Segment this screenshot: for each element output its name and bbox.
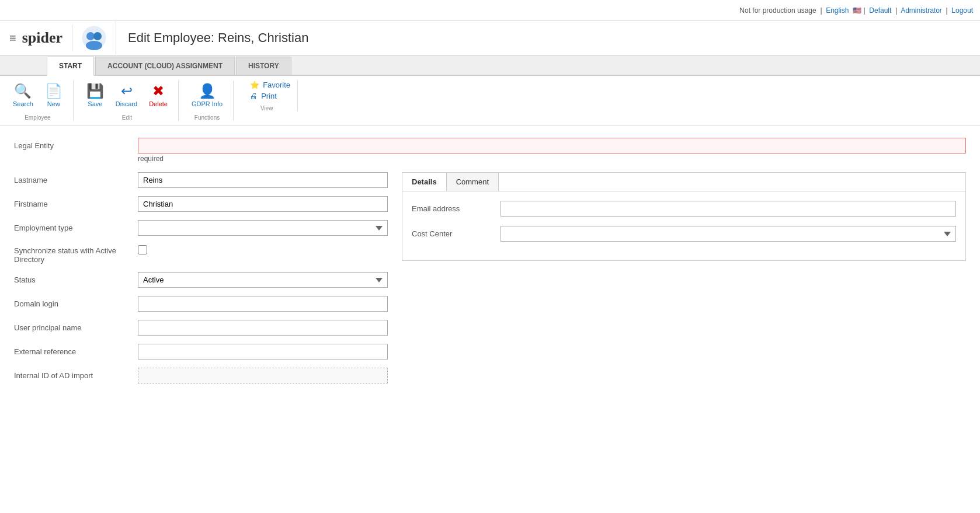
favorite-item[interactable]: ⭐ Favorite xyxy=(250,81,290,89)
internal-id-input[interactable] xyxy=(138,368,388,383)
hamburger-icon[interactable]: ≡ xyxy=(9,32,16,45)
sync-status-row: Synchronize status with Active Directory xyxy=(14,244,388,264)
tab-history[interactable]: HISTORY xyxy=(236,57,291,75)
search-label: Search xyxy=(13,100,33,107)
legal-entity-input[interactable] xyxy=(138,138,966,153)
cost-center-row: Cost Center xyxy=(412,226,956,242)
administrator-link[interactable]: Administrator xyxy=(901,6,942,15)
edit-group-label: Edit xyxy=(122,114,132,121)
legal-entity-label: Legal Entity xyxy=(14,138,131,150)
internal-id-label: Internal ID of AD import xyxy=(14,371,131,380)
functions-group-label: Functions xyxy=(194,114,220,121)
right-panel: Details Comment Email address Cost Cente… xyxy=(402,172,966,261)
svg-point-2 xyxy=(93,32,102,40)
domain-login-control xyxy=(138,296,388,312)
toolbar-employee-buttons: 🔍 Search 📄 New xyxy=(9,81,66,110)
lastname-label: Lastname xyxy=(14,176,131,184)
save-icon: 💾 xyxy=(86,83,104,99)
new-button[interactable]: 📄 New xyxy=(41,81,66,110)
external-ref-control xyxy=(138,344,388,360)
new-label: New xyxy=(47,100,60,107)
logo-area: ≡ spider xyxy=(0,25,72,51)
status-label: Status xyxy=(14,275,131,284)
two-col-layout: Lastname Firstname Employment type xyxy=(14,172,966,392)
logout-link[interactable]: Logout xyxy=(951,6,973,15)
toolbar-edit-group: 💾 Save ↩ Discard ✖ Delete Edit xyxy=(76,81,179,121)
view-group-label: View xyxy=(260,105,273,111)
lastname-control xyxy=(138,172,388,188)
top-notice-bar: Not for production usage | English 🇺🇸 | … xyxy=(0,0,980,21)
toolbar-employee-group: 🔍 Search 📄 New Employee xyxy=(9,81,74,121)
external-ref-input[interactable] xyxy=(138,344,388,360)
tab-start[interactable]: START xyxy=(47,57,94,76)
email-control xyxy=(501,201,956,217)
status-row: Status Active Inactive Pending xyxy=(14,272,388,288)
delete-label: Delete xyxy=(149,100,168,107)
discard-label: Discard xyxy=(116,100,137,107)
gdpr-icon: 👤 xyxy=(199,83,216,99)
firstname-control xyxy=(138,196,388,212)
status-select[interactable]: Active Inactive Pending xyxy=(138,272,388,288)
svg-point-3 xyxy=(86,41,102,50)
favorite-label: Favorite xyxy=(263,81,290,89)
print-item[interactable]: 🖨 Print xyxy=(250,92,290,100)
employment-type-label: Employment type xyxy=(14,224,131,232)
top-bar-right: Not for production usage | English 🇺🇸 | … xyxy=(739,6,973,15)
employment-type-row: Employment type xyxy=(14,220,388,236)
email-row: Email address xyxy=(412,201,956,217)
sync-status-label: Synchronize status with Active Directory xyxy=(14,244,131,264)
lastname-input[interactable] xyxy=(138,172,388,188)
panel-tabs: Details Comment xyxy=(402,173,965,191)
tab-account[interactable]: ACCOUNT (CLOUD) ASSIGNMENT xyxy=(95,57,235,75)
new-icon: 📄 xyxy=(45,83,62,99)
delete-icon: ✖ xyxy=(152,83,164,99)
email-input[interactable] xyxy=(501,201,956,217)
sync-status-checkbox[interactable] xyxy=(138,245,147,254)
employee-group-label: Employee xyxy=(25,114,50,121)
toolbar-functions-buttons: 👤 GDPR Info xyxy=(188,81,226,110)
favorite-star-icon: ⭐ xyxy=(250,81,259,89)
user-principal-input[interactable] xyxy=(138,320,388,336)
tabs-row: START ACCOUNT (CLOUD) ASSIGNMENT HISTORY xyxy=(0,55,980,76)
not-for-production-text: Not for production usage xyxy=(739,6,816,15)
svg-point-1 xyxy=(86,32,95,40)
delete-button[interactable]: ✖ Delete xyxy=(145,81,171,110)
panel-tab-comment[interactable]: Comment xyxy=(447,173,499,191)
employment-type-control xyxy=(138,220,388,236)
language-link[interactable]: English xyxy=(826,6,849,15)
firstname-input[interactable] xyxy=(138,196,388,212)
sync-status-control xyxy=(138,244,388,254)
print-label: Print xyxy=(261,92,277,100)
legal-entity-row: Legal Entity required xyxy=(14,138,966,163)
legal-entity-control: required xyxy=(138,138,966,163)
cost-center-select[interactable] xyxy=(501,226,956,242)
internal-id-control xyxy=(138,368,388,383)
panel-tab-details[interactable]: Details xyxy=(402,173,447,191)
internal-id-row: Internal ID of AD import xyxy=(14,368,388,383)
discard-button[interactable]: ↩ Discard xyxy=(112,81,141,110)
employment-type-select[interactable] xyxy=(138,220,388,236)
search-button[interactable]: 🔍 Search xyxy=(9,81,37,110)
save-label: Save xyxy=(88,100,102,107)
cost-center-control xyxy=(501,226,956,242)
default-link[interactable]: Default xyxy=(869,6,891,15)
external-ref-row: External reference xyxy=(14,344,388,360)
discard-icon: ↩ xyxy=(121,83,133,99)
user-principal-control xyxy=(138,320,388,336)
header-row: ≡ spider Edit Employee: Reins, Christian xyxy=(0,21,980,55)
required-note: required xyxy=(138,155,966,163)
domain-login-input[interactable] xyxy=(138,296,388,312)
toolbar-view-items: ⭐ Favorite 🖨 Print xyxy=(243,81,290,100)
external-ref-label: External reference xyxy=(14,347,131,356)
gdpr-label: GDPR Info xyxy=(192,100,223,107)
avatar-area xyxy=(72,21,116,55)
gdpr-button[interactable]: 👤 GDPR Info xyxy=(188,81,226,110)
user-principal-label: User principal name xyxy=(14,323,131,332)
sync-status-checkbox-wrap xyxy=(138,244,388,254)
left-column: Lastname Firstname Employment type xyxy=(14,172,388,392)
logo: spider xyxy=(22,29,62,47)
search-icon: 🔍 xyxy=(14,83,32,99)
email-label: Email address xyxy=(412,204,494,213)
save-button[interactable]: 💾 Save xyxy=(83,81,107,110)
firstname-row: Firstname xyxy=(14,196,388,212)
